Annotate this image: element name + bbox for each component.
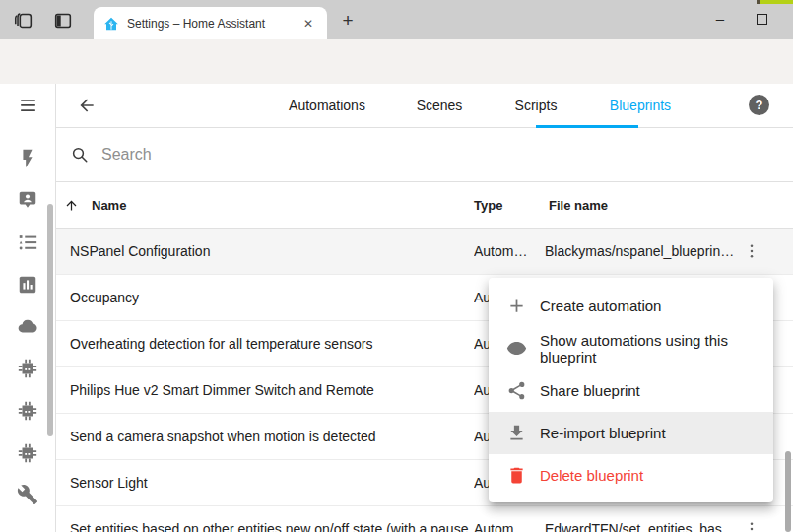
chip-icon[interactable] xyxy=(17,400,38,422)
row-name: Set entities based on other entities new… xyxy=(70,506,470,532)
search-icon xyxy=(71,146,89,164)
row-name: Send a camera snapshot when motion is de… xyxy=(70,414,470,460)
row-name: Overheating detection for all temperatur… xyxy=(70,321,470,367)
column-name[interactable]: Name xyxy=(92,182,126,229)
menu-item-label: Create automation xyxy=(540,298,661,314)
menu-item-label: Share blueprint xyxy=(540,382,640,399)
menu-item-label: Show automations using this blueprint xyxy=(540,332,758,366)
delete-icon xyxy=(506,465,527,486)
sidebar-scrollbar[interactable] xyxy=(47,204,53,436)
stats-icon[interactable] xyxy=(17,274,38,296)
row-name: NSPanel Configuration xyxy=(70,229,470,275)
tab-scenes[interactable]: Scenes xyxy=(417,98,463,113)
row-name: Philips Hue v2 Smart Dimmer Switch and R… xyxy=(70,367,470,414)
wrench-icon[interactable] xyxy=(17,484,38,505)
menu-item-delete-blueprint[interactable]: Delete blueprint xyxy=(489,454,773,497)
workspaces-icon[interactable] xyxy=(13,10,34,32)
menu-item-label: Re-import blueprint xyxy=(540,425,666,441)
ha-app: Automations Scenes Scripts Blueprints ? xyxy=(0,84,793,532)
menu-item-show-automations[interactable]: Show automations using this blueprint xyxy=(489,327,773,369)
ha-sidebar xyxy=(0,84,56,532)
tab-blueprints[interactable]: Blueprints xyxy=(610,98,671,113)
eye-icon xyxy=(506,338,527,359)
browser-window: Settings – Home Assistant ✕ + – No xyxy=(0,0,793,532)
row-overflow-icon[interactable] xyxy=(743,520,760,532)
ha-back-icon[interactable] xyxy=(77,96,97,115)
vertical-tabs-icon[interactable] xyxy=(52,10,74,32)
column-file-name[interactable]: File name xyxy=(549,182,608,229)
browser-toolbar: Not secure homeassistant.local:8123/... xyxy=(0,39,793,84)
row-file: EdwardTFN/set_entities_bas… xyxy=(545,506,738,532)
menu-icon[interactable] xyxy=(18,97,38,114)
row-overflow-icon[interactable] xyxy=(743,242,760,260)
plus-icon xyxy=(506,296,527,316)
table-row[interactable]: NSPanel Configuration Autom… Blackymas/n… xyxy=(56,229,793,275)
row-name: Sensor Light xyxy=(70,460,470,506)
menu-item-create-automation[interactable]: Create automation xyxy=(489,285,773,327)
minimize-icon[interactable]: – xyxy=(705,8,735,32)
row-type: Autom… xyxy=(474,229,537,275)
screen-artifact-strip xyxy=(760,0,793,4)
browser-titlebar: Settings – Home Assistant ✕ + – xyxy=(0,0,793,39)
table-row[interactable]: Set entities based on other entities new… xyxy=(56,506,793,532)
ha-header: Automations Scenes Scripts Blueprints ? xyxy=(56,84,793,128)
search-input[interactable] xyxy=(101,146,496,164)
flash-icon[interactable] xyxy=(17,148,38,169)
row-type: Autom… xyxy=(474,506,537,532)
help-icon[interactable]: ? xyxy=(749,95,769,115)
cloud-icon[interactable] xyxy=(17,315,38,337)
tab-close-icon[interactable]: ✕ xyxy=(299,15,317,33)
todo-list-icon[interactable] xyxy=(17,232,38,253)
row-file: Blackymas/nspanel_blueprin… xyxy=(545,229,738,275)
reimport-icon xyxy=(506,423,527,443)
column-type[interactable]: Type xyxy=(474,182,502,229)
tab-title: Settings – Home Assistant xyxy=(127,17,299,31)
row-name: Occupancy xyxy=(70,275,470,321)
sort-ascending-icon[interactable] xyxy=(64,198,79,213)
search-bar xyxy=(56,128,793,182)
home-assistant-favicon xyxy=(103,16,119,32)
new-tab-icon[interactable]: + xyxy=(336,9,360,33)
browser-tab[interactable]: Settings – Home Assistant ✕ xyxy=(94,7,327,39)
menu-item-reimport-blueprint[interactable]: Re-import blueprint xyxy=(489,412,773,454)
tab-automations[interactable]: Automations xyxy=(289,98,365,113)
page-scrollbar[interactable] xyxy=(785,451,791,532)
maximize-icon[interactable] xyxy=(757,14,767,25)
assist-icon[interactable] xyxy=(17,189,38,211)
menu-item-share-blueprint[interactable]: Share blueprint xyxy=(489,369,773,412)
share-icon xyxy=(506,380,527,401)
menu-item-label: Delete blueprint xyxy=(540,467,643,484)
chip-icon[interactable] xyxy=(17,358,38,379)
table-header: Name Type File name xyxy=(56,182,793,229)
chip-icon[interactable] xyxy=(17,442,38,464)
context-menu: Create automation Show automations using… xyxy=(489,278,773,502)
tab-scripts[interactable]: Scripts xyxy=(515,98,558,113)
